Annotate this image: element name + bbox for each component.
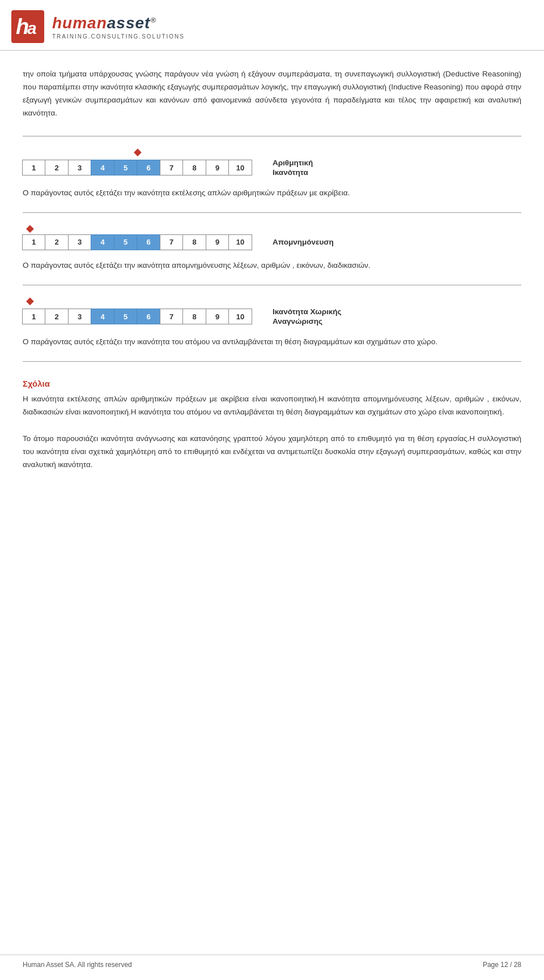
company-logo-icon: h a bbox=[11, 10, 44, 43]
spatial-cell-2: 2 bbox=[45, 309, 69, 324]
logo-brand-red: human bbox=[52, 14, 107, 32]
memory-cell-3: 3 bbox=[68, 234, 92, 250]
arithmetic-label: Αριθμητική Ικανότητα bbox=[273, 158, 313, 178]
spatial-cell-4: 4 bbox=[91, 309, 114, 324]
arithmetic-cell-10: 10 bbox=[228, 160, 252, 176]
spatial-section: ◆ 1 2 3 4 5 6 7 8 9 10 Ικανότητα Χωρικής bbox=[23, 296, 521, 349]
main-content: την οποία τμήματα υπάρχουσας γνώσης παρά… bbox=[0, 51, 544, 482]
separator-3 bbox=[23, 285, 521, 285]
spatial-label: Ικανότητα Χωρικής Αναγνώρισης bbox=[273, 307, 342, 327]
memory-label: Απομνημόνευση bbox=[273, 237, 334, 247]
scholia-title: Σχόλια bbox=[23, 379, 521, 388]
memory-cell-1: 1 bbox=[22, 234, 46, 250]
memory-scale-numbers: 1 2 3 4 5 6 7 8 9 10 bbox=[23, 234, 252, 250]
logo-registered: ® bbox=[150, 15, 156, 24]
spatial-cell-9: 9 bbox=[206, 309, 230, 324]
memory-section: ◆ 1 2 3 4 5 6 7 8 9 10 Απομνημόνευση bbox=[23, 223, 521, 272]
scholia-text: Η ικανότητα εκτέλεσης απλών αριθμητικών … bbox=[23, 393, 521, 419]
memory-cell-7: 7 bbox=[160, 234, 184, 250]
arithmetic-bar-group: ◆ 1 2 3 4 5 6 7 8 9 10 Αριθμητική bbox=[23, 147, 521, 182]
spatial-label-line1: Ικανότητα Χωρικής bbox=[273, 307, 342, 316]
spatial-cell-5: 5 bbox=[114, 309, 138, 324]
arithmetic-label-line2: Ικανότητα bbox=[273, 168, 308, 177]
spatial-cell-8: 8 bbox=[182, 309, 206, 324]
spatial-diamond-icon: ◆ bbox=[26, 296, 34, 306]
memory-cell-2: 2 bbox=[45, 234, 69, 250]
spatial-cell-3: 3 bbox=[68, 309, 92, 324]
arithmetic-cell-8: 8 bbox=[182, 160, 206, 176]
separator-4 bbox=[23, 361, 521, 362]
spatial-cell-1: 1 bbox=[22, 309, 46, 324]
spatial-scale-row: 1 2 3 4 5 6 7 8 9 10 Ικανότητα Χωρικής Α… bbox=[23, 307, 342, 327]
arithmetic-cell-1: 1 bbox=[22, 160, 46, 176]
arithmetic-cell-7: 7 bbox=[160, 160, 184, 176]
logo-container: h a humanasset® TRAINING.CONSULTING.SOLU… bbox=[11, 10, 185, 43]
memory-label-line1: Απομνημόνευση bbox=[273, 238, 334, 246]
svg-text:a: a bbox=[27, 19, 37, 37]
memory-cell-8: 8 bbox=[182, 234, 206, 250]
arithmetic-cell-6: 6 bbox=[137, 160, 160, 176]
arithmetic-label-line1: Αριθμητική bbox=[273, 159, 313, 167]
logo-brand-dark: asset bbox=[107, 14, 151, 32]
arithmetic-cell-3: 3 bbox=[68, 160, 92, 176]
arithmetic-diamond-icon: ◆ bbox=[134, 147, 142, 157]
spatial-diamond-row: ◆ bbox=[23, 296, 34, 306]
arithmetic-cell-2: 2 bbox=[45, 160, 69, 176]
memory-diamond-row: ◆ bbox=[23, 223, 34, 233]
memory-bar-group: ◆ 1 2 3 4 5 6 7 8 9 10 Απομνημόνευση bbox=[23, 223, 521, 255]
memory-cell-5: 5 bbox=[114, 234, 138, 250]
spatial-cell-6: 6 bbox=[137, 309, 160, 324]
memory-description: Ο παράγοντας αυτός εξετάζει την ικανότητ… bbox=[23, 259, 521, 272]
arithmetic-scale-row: 1 2 3 4 5 6 7 8 9 10 Αριθμητική Ικανότητ… bbox=[23, 158, 313, 178]
footer-copyright: Human Asset SA. All rights reserved bbox=[23, 961, 132, 969]
memory-cell-9: 9 bbox=[206, 234, 230, 250]
memory-cell-10: 10 bbox=[228, 234, 252, 250]
memory-cell-6: 6 bbox=[137, 234, 160, 250]
spatial-scale-numbers: 1 2 3 4 5 6 7 8 9 10 bbox=[23, 309, 252, 324]
page-footer: Human Asset SA. All rights reserved Page… bbox=[0, 955, 544, 969]
arithmetic-cell-4: 4 bbox=[91, 160, 114, 176]
arithmetic-cell-9: 9 bbox=[206, 160, 230, 176]
intro-paragraph: την οποία τμήματα υπάρχουσας γνώσης παρά… bbox=[23, 68, 521, 120]
arithmetic-description: Ο παράγοντας αυτός εξετάζει την ικανότητ… bbox=[23, 187, 521, 200]
arithmetic-diamond-row: ◆ bbox=[23, 147, 142, 157]
separator-1 bbox=[23, 136, 521, 136]
spatial-description: Ο παράγοντας αυτός εξετάζει την ικανότητ… bbox=[23, 336, 521, 349]
page-header: h a humanasset® TRAINING.CONSULTING.SOLU… bbox=[0, 0, 544, 51]
memory-scale-row: 1 2 3 4 5 6 7 8 9 10 Απομνημόνευση bbox=[23, 234, 334, 250]
logo-tagline: TRAINING.CONSULTING.SOLUTIONS bbox=[52, 33, 185, 40]
scholia-section: Σχόλια Η ικανότητα εκτέλεσης απλών αριθμ… bbox=[23, 379, 521, 419]
arithmetic-scale-numbers: 1 2 3 4 5 6 7 8 9 10 bbox=[23, 160, 252, 176]
spatial-label-line2: Αναγνώρισης bbox=[273, 317, 322, 326]
spatial-cell-7: 7 bbox=[160, 309, 184, 324]
spatial-bar-group: ◆ 1 2 3 4 5 6 7 8 9 10 Ικανότητα Χωρικής bbox=[23, 296, 521, 331]
arithmetic-section: ◆ 1 2 3 4 5 6 7 8 9 10 Αριθμητική bbox=[23, 147, 521, 200]
arithmetic-cell-5: 5 bbox=[114, 160, 138, 176]
logo-brand-name: humanasset® bbox=[52, 14, 185, 32]
spatial-cell-10: 10 bbox=[228, 309, 252, 324]
memory-diamond-icon: ◆ bbox=[26, 223, 34, 233]
closing-paragraph: Το άτομο παρουσιάζει ικανότητα ανάγνωσης… bbox=[23, 433, 521, 472]
logo-text-block: humanasset® TRAINING.CONSULTING.SOLUTION… bbox=[52, 14, 185, 40]
footer-page-number: Page 12 / 28 bbox=[483, 961, 521, 969]
memory-cell-4: 4 bbox=[91, 234, 114, 250]
separator-2 bbox=[23, 212, 521, 213]
